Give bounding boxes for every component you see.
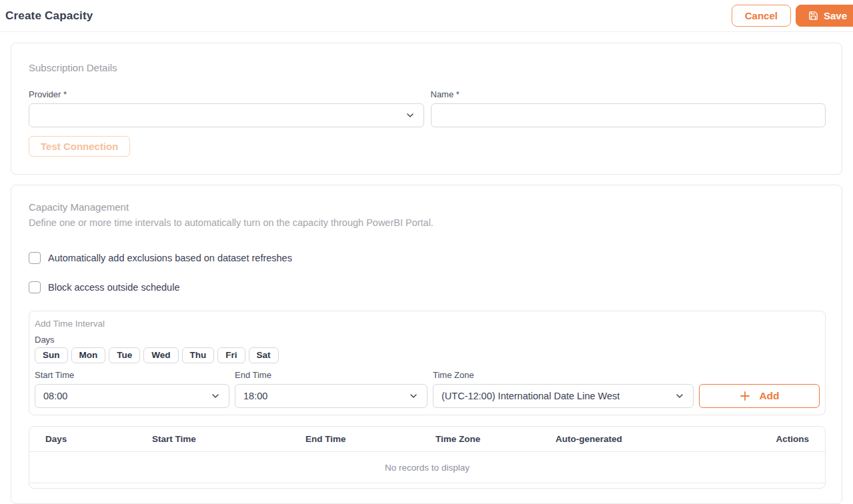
checkbox-label: Automatically add exclusions based on da… (48, 253, 292, 263)
chevron-down-icon (674, 391, 685, 401)
table-column-header: Start Time (136, 434, 289, 444)
table-column-header: Days (29, 434, 136, 444)
capacity-checkboxes: Automatically add exclusions based on da… (29, 252, 826, 293)
add-button-label: Add (759, 390, 779, 402)
add-button-wrap: Add (699, 384, 820, 408)
name-input[interactable] (431, 103, 826, 127)
table-column-header: Auto-generated (540, 434, 736, 444)
day-toggle-button[interactable]: Tue (109, 347, 140, 363)
end-time-select[interactable]: 18:00 (235, 384, 428, 408)
add-time-interval-box: Add Time Interval Days Sun Mon Tue Wed T… (29, 311, 826, 415)
table-column-header: Actions (736, 434, 825, 444)
day-toggle-button[interactable]: Wed (143, 347, 178, 363)
checkbox-box[interactable] (29, 252, 41, 264)
chevron-down-icon (405, 110, 415, 121)
main-content: Subscription Details Provider * Name * T… (0, 32, 853, 504)
plus-icon (739, 390, 751, 402)
table-column-header: Time Zone (419, 434, 540, 444)
end-time-group: End Time 18:00 (235, 370, 428, 408)
page-header: Create Capacity Cancel Save (0, 0, 853, 32)
start-time-label: Start Time (35, 370, 229, 380)
checkbox-row[interactable]: Automatically add exclusions based on da… (29, 252, 826, 264)
end-time-label: End Time (235, 370, 428, 380)
name-field-group: Name * (431, 89, 826, 127)
chevron-down-icon (210, 391, 221, 401)
start-time-group: Start Time 08:00 (35, 370, 229, 408)
day-toggle-group: Sun Mon Tue Wed Thu Fri Sat (35, 347, 820, 363)
days-label: Days (35, 335, 820, 345)
start-time-value: 08:00 (43, 391, 67, 401)
time-zone-group: Time Zone (UTC-12:00) International Date… (433, 370, 694, 408)
name-label: Name * (431, 89, 826, 99)
checkbox-row[interactable]: Block access outside schedule (29, 281, 826, 293)
add-interval-button[interactable]: Add (699, 384, 820, 408)
capacity-section-description: Define one or more time intervals to aut… (29, 217, 826, 228)
checkbox-box[interactable] (29, 281, 41, 293)
interval-title: Add Time Interval (35, 319, 820, 329)
chevron-down-icon (408, 391, 419, 401)
subscription-fields: Provider * Name * (29, 89, 826, 127)
table-footer-spacer (29, 483, 825, 488)
time-zone-value: (UTC-12:00) International Date Line West (442, 391, 620, 401)
page-title: Create Capacity (5, 9, 93, 23)
test-connection-button[interactable]: Test Connection (29, 136, 130, 157)
save-button-label: Save (824, 10, 847, 21)
header-actions: Cancel Save (732, 5, 853, 27)
cancel-button[interactable]: Cancel (732, 5, 791, 27)
day-toggle-button[interactable]: Fri (217, 347, 245, 363)
start-time-select[interactable]: 08:00 (35, 384, 229, 408)
subscription-section-title: Subscription Details (29, 62, 826, 73)
table-empty-row: No records to display (30, 452, 824, 483)
save-icon (808, 11, 818, 21)
day-toggle-button[interactable]: Sat (249, 347, 279, 363)
capacity-section-title: Capacity Management (29, 201, 826, 213)
day-toggle-button[interactable]: Mon (71, 347, 106, 363)
provider-field-group: Provider * (29, 89, 424, 127)
table-header-row: Days Start Time End Time Time Zone Auto-… (29, 427, 825, 452)
no-records-text: No records to display (385, 463, 470, 473)
provider-select[interactable] (29, 103, 424, 127)
end-time-value: 18:00 (243, 391, 267, 401)
capacity-management-card: Capacity Management Define one or more t… (11, 185, 842, 504)
provider-label: Provider * (29, 89, 424, 99)
time-interval-row: Start Time 08:00 End Time 18:00 (35, 370, 820, 408)
checkbox-label: Block access outside schedule (48, 282, 179, 293)
day-toggle-button[interactable]: Thu (182, 347, 215, 363)
save-button[interactable]: Save (796, 5, 853, 27)
subscription-details-card: Subscription Details Provider * Name * T… (11, 43, 842, 175)
table-column-header: End Time (289, 434, 419, 444)
time-zone-label: Time Zone (433, 370, 694, 380)
time-zone-select[interactable]: (UTC-12:00) International Date Line West (433, 384, 694, 408)
day-toggle-button[interactable]: Sun (35, 347, 68, 363)
intervals-table: Days Start Time End Time Time Zone Auto-… (29, 426, 826, 489)
